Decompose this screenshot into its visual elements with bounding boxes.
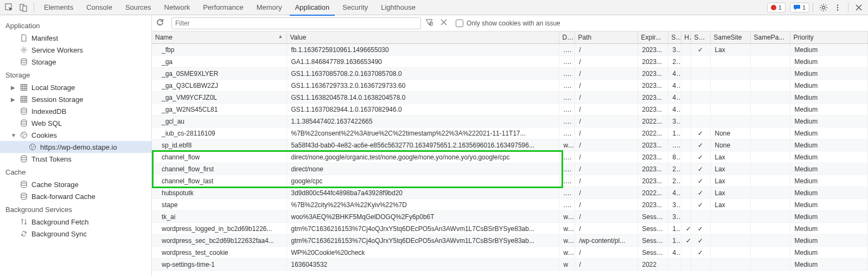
table-row[interactable]: _ga_W2NS45CL81GS1.1.1637082944.1.0.16370… <box>152 104 868 115</box>
tab-security[interactable]: Security <box>336 0 374 15</box>
table-row[interactable]: channel_flowdirect/none,google/organic,t… <box>152 151 868 163</box>
sidebar-item-cache-storage[interactable]: Cache Storage <box>0 178 151 190</box>
tab-elements[interactable]: Elements <box>37 0 80 15</box>
sidebar-item-session-storage[interactable]: ▶Session Storage <box>0 93 151 105</box>
table-row[interactable]: wordpress_logged_in_bc2d69b1226...gtm%7C… <box>152 223 868 235</box>
error-count: 1 <box>778 4 782 11</box>
cookies-toolbar: Only show cookies with an issue <box>152 15 868 31</box>
svg-point-8 <box>23 49 25 51</box>
devtools-tabbar: ElementsConsoleSourcesNetworkPerformance… <box>0 0 868 15</box>
col-priority[interactable]: Priority <box>790 31 868 44</box>
cookies-table: NameValueD...PathExpir...S...HSe...SameS… <box>152 31 868 271</box>
svg-point-16 <box>24 134 25 135</box>
message-count: 1 <box>802 4 806 11</box>
table-row[interactable]: wp-settings-time-11636043532w/2022Medium <box>152 259 868 271</box>
tab-application[interactable]: Application <box>289 0 336 15</box>
table-row[interactable]: _iub_cs-28116109%7B%22consent%22%3Atrue%… <box>152 127 868 139</box>
sidebar-item-trust-tokens[interactable]: Trust Tokens <box>0 153 151 165</box>
clear-filter-icon[interactable] <box>425 18 436 28</box>
tab-console[interactable]: Console <box>80 0 119 15</box>
svg-point-24 <box>21 193 27 195</box>
svg-point-9 <box>21 59 27 61</box>
cookie-icon <box>28 143 37 151</box>
refresh-icon[interactable] <box>156 18 167 28</box>
col-value[interactable]: Value <box>286 31 559 44</box>
table-row[interactable]: sp_id.ebf85a58f43d-bab0-4e82-ac6e-e856c5… <box>152 139 868 151</box>
filter-input[interactable] <box>171 17 421 29</box>
db-icon <box>20 107 28 115</box>
application-sidebar[interactable]: ApplicationManifestService WorkersStorag… <box>0 15 152 276</box>
db-icon <box>20 57 28 66</box>
svg-point-18 <box>30 144 36 150</box>
tab-performance[interactable]: Performance <box>196 0 250 15</box>
table-row[interactable]: wordpress_sec_bc2d69b122632faa4...gtm%7C… <box>152 235 868 247</box>
cookie-icon <box>20 131 28 139</box>
error-count-badge[interactable]: 1 <box>767 3 786 12</box>
device-toolbar-icon[interactable] <box>16 1 30 15</box>
col-name[interactable]: Name <box>152 31 286 44</box>
svg-point-3 <box>771 5 776 10</box>
tab-sources[interactable]: Sources <box>119 0 158 15</box>
tab-network[interactable]: Network <box>158 0 197 15</box>
cookies-panel: Only show cookies with an issue NameValu… <box>152 15 868 276</box>
more-options-icon[interactable] <box>831 1 845 15</box>
col-d[interactable]: D... <box>559 31 575 44</box>
only-issues-checkbox[interactable]: Only show cookies with an issue <box>456 20 560 27</box>
sidebar-group-cache: Cache <box>0 165 151 178</box>
settings-icon[interactable] <box>816 1 831 15</box>
sidebar-item-local-storage[interactable]: ▶Local Storage <box>0 81 151 93</box>
table-row[interactable]: _ga_VM9YCFJZ0LGS1.1.1638204578.14.0.1638… <box>152 92 868 104</box>
table-row[interactable]: _ga_0SME9XLYERGS1.1.1637085708.2.0.16370… <box>152 68 868 80</box>
table-row[interactable]: channel_flow_firstdirect/none..../2023..… <box>152 163 868 175</box>
arrows-icon <box>20 217 28 226</box>
db-icon <box>20 180 28 189</box>
table-row[interactable]: _gcl_au1.1.385447402.1637422665..../2022… <box>152 115 868 127</box>
db-icon <box>20 192 28 201</box>
close-devtools-icon[interactable] <box>852 1 866 15</box>
inspect-element-icon[interactable] <box>2 1 16 15</box>
message-count-badge[interactable]: 1 <box>790 3 809 12</box>
sidebar-item-background-fetch[interactable]: Background Fetch <box>0 216 151 228</box>
table-row[interactable]: hubspotutk3d9d800c544fc4898ba7a43928f9bd… <box>152 187 868 199</box>
table-row[interactable]: tk_aiwoo%3AEQ%2BHKF5MqGelDOGQ%2Fy6p0b6Tw… <box>152 211 868 223</box>
db-icon <box>20 119 28 127</box>
table-row[interactable]: stape%7B%22city%22%3A%22Kyiv%22%7D..../2… <box>152 199 868 211</box>
sidebar-item-https-wp-demo-stape-io[interactable]: https://wp-demo.stape.io <box>0 141 151 153</box>
sidebar-item-cookies[interactable]: ▼Cookies <box>0 129 151 141</box>
tab-lighthouse[interactable]: Lighthouse <box>374 0 422 15</box>
svg-point-19 <box>31 145 32 146</box>
gear-icon <box>20 46 28 54</box>
col-samepa[interactable]: SamePa... <box>750 31 790 44</box>
col-se[interactable]: Se... <box>691 31 710 44</box>
table-row[interactable]: _ga_Q3CL6BW2ZJGS1.1.1636729733.2.0.16367… <box>152 80 868 92</box>
sync-icon <box>20 229 28 238</box>
tab-memory[interactable]: Memory <box>250 0 289 15</box>
col-h[interactable]: H <box>681 31 691 44</box>
svg-point-15 <box>22 133 23 134</box>
only-issues-label: Only show cookies with an issue <box>467 20 560 27</box>
svg-point-5 <box>837 4 839 6</box>
col-samesite[interactable]: SameSite <box>710 31 750 44</box>
cookies-table-wrap[interactable]: NameValueD...PathExpir...S...HSe...SameS… <box>152 31 868 276</box>
sidebar-item-storage[interactable]: Storage <box>0 56 151 68</box>
table-row[interactable]: _fbpfb.1.1636725910961.1496655030..../20… <box>152 44 868 56</box>
sidebar-item-service-workers[interactable]: Service Workers <box>0 44 151 56</box>
svg-point-20 <box>33 146 34 147</box>
db-icon <box>20 155 28 163</box>
table-row[interactable]: wordpress_test_cookieWP%20Cookie%20check… <box>152 247 868 259</box>
svg-point-23 <box>21 181 27 183</box>
sidebar-item-indexeddb[interactable]: IndexedDB <box>0 105 151 117</box>
col-s[interactable]: S... <box>668 31 681 44</box>
sidebar-item-back-forward-cache[interactable]: Back-forward Cache <box>0 190 151 202</box>
sidebar-item-manifest[interactable]: Manifest <box>0 32 151 44</box>
table-row[interactable]: _gaGA1.1.846847789.1636653490..../2023..… <box>152 56 868 68</box>
col-expir[interactable]: Expir... <box>637 31 668 44</box>
sidebar-item-web-sql[interactable]: Web SQL <box>0 117 151 129</box>
sidebar-item-background-sync[interactable]: Background Sync <box>0 228 151 240</box>
sidebar-group-application: Application <box>0 18 151 32</box>
clear-all-icon[interactable] <box>441 19 451 27</box>
table-row[interactable]: channel_flow_lastgoogle/cpc..../2023...2… <box>152 175 868 187</box>
col-path[interactable]: Path <box>575 31 637 44</box>
svg-point-6 <box>837 7 839 8</box>
svg-point-4 <box>822 6 825 9</box>
